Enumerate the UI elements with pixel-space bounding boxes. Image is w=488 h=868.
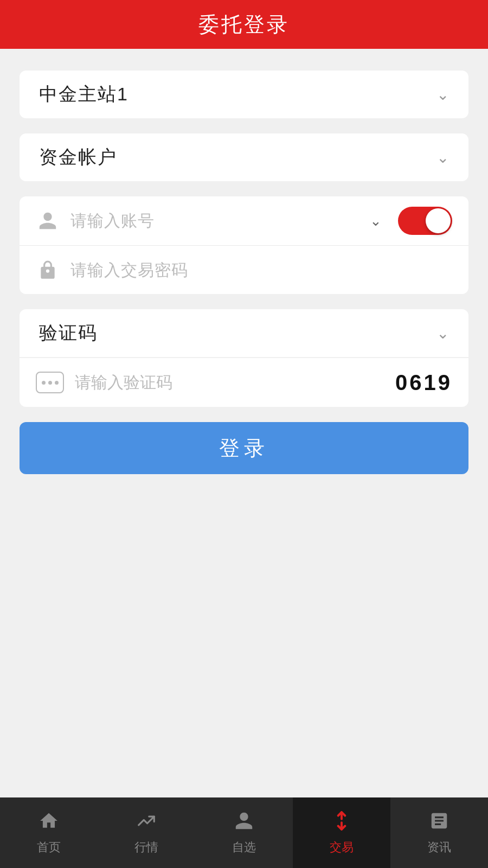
trade-icon bbox=[331, 810, 352, 836]
verify-section: 验证码 ⌄ 0619 bbox=[20, 309, 468, 407]
market-icon bbox=[136, 810, 157, 836]
account-input-row: ⌄ bbox=[20, 196, 468, 245]
captcha-icon bbox=[36, 372, 64, 393]
nav-label-trade: 交易 bbox=[330, 839, 354, 856]
server-chevron-icon: ⌄ bbox=[436, 86, 449, 104]
account-input-chevron-icon: ⌄ bbox=[370, 213, 382, 229]
account-selector-card[interactable]: 资金帐户 ⌄ bbox=[20, 133, 468, 181]
server-label: 中金主站1 bbox=[39, 82, 129, 107]
captcha-code: 0619 bbox=[395, 371, 452, 395]
login-button[interactable]: 登录 bbox=[20, 422, 468, 474]
server-dropdown[interactable]: 中金主站1 ⌄ bbox=[20, 71, 468, 118]
account-input[interactable] bbox=[70, 212, 359, 230]
password-input[interactable] bbox=[70, 261, 452, 279]
verification-label: 验证码 bbox=[39, 321, 98, 346]
nav-item-watchlist[interactable]: 自选 bbox=[195, 797, 293, 868]
captcha-input[interactable] bbox=[75, 373, 384, 392]
verification-chevron-icon: ⌄ bbox=[436, 324, 449, 342]
nav-label-news: 资讯 bbox=[427, 839, 451, 856]
nav-label-home: 首页 bbox=[37, 839, 61, 856]
header: 委托登录 bbox=[0, 0, 488, 49]
user-icon bbox=[36, 209, 60, 233]
credentials-card: ⌄ bbox=[20, 196, 468, 294]
nav-item-market[interactable]: 行情 bbox=[98, 797, 195, 868]
nav-label-market: 行情 bbox=[134, 839, 158, 856]
watchlist-icon bbox=[234, 810, 254, 836]
account-selector-label: 资金帐户 bbox=[39, 145, 117, 170]
captcha-row: 0619 bbox=[20, 358, 468, 407]
home-icon bbox=[38, 810, 59, 836]
news-icon bbox=[429, 810, 450, 836]
bottom-nav: 首页 行情 自选 交易 资讯 bbox=[0, 797, 488, 868]
nav-label-watchlist: 自选 bbox=[232, 839, 256, 856]
password-input-row bbox=[20, 245, 468, 294]
account-chevron-icon: ⌄ bbox=[436, 149, 449, 167]
lock-icon bbox=[36, 258, 60, 282]
verification-dropdown[interactable]: 验证码 ⌄ bbox=[20, 309, 468, 357]
nav-item-news[interactable]: 资讯 bbox=[390, 797, 488, 868]
main-content: 中金主站1 ⌄ 资金帐户 ⌄ ⌄ bbox=[0, 49, 488, 474]
account-toggle[interactable] bbox=[398, 207, 452, 235]
page-title: 委托登录 bbox=[198, 11, 290, 39]
toggle-knob bbox=[426, 208, 451, 233]
nav-item-trade[interactable]: 交易 bbox=[293, 797, 390, 868]
nav-item-home[interactable]: 首页 bbox=[0, 797, 98, 868]
account-dropdown[interactable]: 资金帐户 ⌄ bbox=[20, 133, 468, 181]
server-selector-card[interactable]: 中金主站1 ⌄ bbox=[20, 71, 468, 118]
verification-selector-card[interactable]: 验证码 ⌄ bbox=[20, 309, 468, 357]
